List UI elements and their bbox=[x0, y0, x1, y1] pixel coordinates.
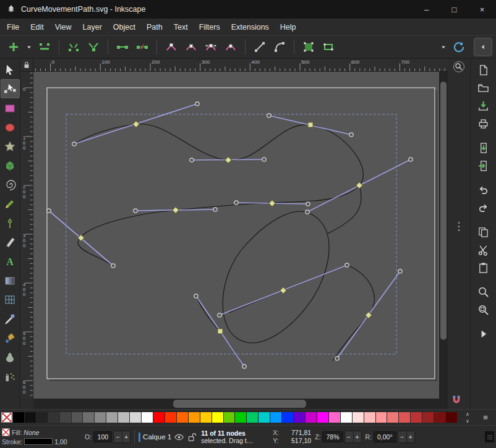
horizontal-scrollbar-thumb[interactable] bbox=[173, 400, 306, 408]
palette-swatch-25[interactable] bbox=[294, 412, 305, 423]
control-handle-end[interactable] bbox=[242, 365, 246, 368]
text-tool-button[interactable]: A bbox=[1, 251, 20, 271]
path-node[interactable] bbox=[308, 122, 313, 127]
palette-swatch-26[interactable] bbox=[306, 412, 317, 423]
dropper-tool-button[interactable] bbox=[1, 309, 20, 328]
vertical-ruler[interactable]: 0100200300400500600 bbox=[20, 72, 33, 399]
palette-swatch-8[interactable] bbox=[95, 412, 106, 423]
control-handle-end[interactable] bbox=[72, 142, 76, 146]
show-more-button[interactable] bbox=[474, 325, 494, 343]
delete-segment-button[interactable] bbox=[133, 38, 152, 56]
menu-layer[interactable]: Layer bbox=[77, 20, 108, 34]
color-managed-view-button[interactable] bbox=[453, 61, 465, 73]
break-path-button[interactable] bbox=[64, 38, 83, 56]
path-node[interactable] bbox=[218, 329, 223, 334]
join-nodes-button[interactable] bbox=[84, 38, 103, 56]
rectangle-tool-button[interactable] bbox=[1, 98, 20, 117]
palette-swatch-19[interactable] bbox=[224, 412, 235, 423]
control-handle-end[interactable] bbox=[267, 114, 271, 117]
control-handle-end[interactable] bbox=[213, 208, 217, 211]
node-corner-button[interactable] bbox=[162, 38, 181, 56]
control-handle-end[interactable] bbox=[190, 158, 194, 162]
menu-path[interactable]: Path bbox=[141, 20, 168, 34]
paste-button[interactable] bbox=[474, 259, 494, 277]
menu-object[interactable]: Object bbox=[108, 20, 141, 34]
control-handle-end[interactable] bbox=[195, 102, 199, 106]
palette-swatch-10[interactable] bbox=[118, 412, 129, 423]
maximize-button[interactable]: □ bbox=[440, 0, 468, 19]
current-layer-selector[interactable]: Calque 1 bbox=[143, 433, 171, 441]
calligraphy-tool-button[interactable] bbox=[1, 232, 20, 251]
segment-line-button[interactable] bbox=[250, 38, 269, 56]
palette-swatch-12[interactable] bbox=[142, 412, 153, 423]
zoom-decrease-button[interactable]: − bbox=[345, 431, 353, 442]
palette-swatch-9[interactable] bbox=[106, 412, 118, 423]
menu-filters[interactable]: Filters bbox=[194, 20, 226, 34]
rotation-decrease-button[interactable]: − bbox=[398, 431, 406, 442]
snap-toggle-button[interactable] bbox=[451, 394, 462, 405]
undo-button[interactable] bbox=[474, 181, 494, 199]
cut-button[interactable] bbox=[474, 241, 494, 259]
control-handle-end[interactable] bbox=[335, 357, 339, 360]
rotation-increase-button[interactable]: + bbox=[406, 431, 414, 442]
control-handle-end[interactable] bbox=[398, 269, 402, 273]
palette-swatch-18[interactable] bbox=[212, 412, 223, 423]
canvas[interactable] bbox=[33, 72, 439, 399]
palette-swatch-27[interactable] bbox=[317, 412, 328, 423]
bezier-tool-button[interactable] bbox=[1, 213, 20, 232]
opacity-decrease-button[interactable]: − bbox=[114, 431, 122, 442]
node-symmetric-button[interactable] bbox=[202, 38, 220, 56]
palette-swatch-36[interactable] bbox=[422, 412, 434, 423]
palette-swatch-33[interactable] bbox=[387, 412, 398, 423]
palette-swatch-32[interactable] bbox=[376, 412, 387, 423]
new-document-button[interactable] bbox=[474, 61, 494, 79]
paint-bucket-tool-button[interactable] bbox=[1, 328, 20, 347]
segment-curve-button[interactable] bbox=[270, 38, 289, 56]
palette-swatch-2[interactable] bbox=[25, 412, 36, 423]
control-handle-end[interactable] bbox=[306, 202, 310, 206]
palette-swatch-13[interactable] bbox=[153, 412, 165, 423]
palette-swatch-16[interactable] bbox=[189, 412, 200, 423]
control-handle-end[interactable] bbox=[262, 158, 266, 161]
duplicate-button[interactable] bbox=[474, 223, 494, 241]
horizontal-ruler[interactable]: 0100200300400500600700800 bbox=[33, 59, 448, 72]
export-image-button[interactable] bbox=[474, 157, 494, 175]
insert-node-button[interactable] bbox=[4, 38, 23, 56]
palette-swatch-15[interactable] bbox=[177, 412, 188, 423]
node-tool-button[interactable] bbox=[1, 79, 20, 98]
palette-swatch-29[interactable] bbox=[341, 412, 352, 423]
control-handle-end[interactable] bbox=[47, 209, 51, 213]
control-handle-end[interactable] bbox=[111, 264, 115, 268]
menu-text[interactable]: Text bbox=[168, 20, 194, 34]
palette-swatch-6[interactable] bbox=[72, 412, 83, 423]
palette-swatch-23[interactable] bbox=[270, 412, 281, 423]
pencil-tool-button[interactable] bbox=[1, 194, 20, 213]
delete-node-button[interactable] bbox=[35, 38, 54, 56]
menu-extensions[interactable]: Extensions bbox=[226, 20, 275, 34]
spiral-tool-button[interactable] bbox=[1, 175, 20, 194]
star-tool-button[interactable] bbox=[1, 137, 20, 156]
palette-swatch-21[interactable] bbox=[247, 412, 258, 423]
node-auto-smooth-button[interactable] bbox=[221, 38, 240, 56]
zoom-increase-button[interactable]: + bbox=[353, 431, 361, 442]
opacity-increase-button[interactable]: + bbox=[122, 431, 130, 442]
join-with-segment-button[interactable] bbox=[113, 38, 132, 56]
palette-swatch-22[interactable] bbox=[259, 412, 270, 423]
commands-bar-grip[interactable] bbox=[458, 220, 460, 233]
control-handle-end[interactable] bbox=[349, 133, 353, 137]
palette-scroll-up-button[interactable]: ∧ bbox=[461, 411, 474, 418]
palette-swatch-35[interactable] bbox=[411, 412, 422, 423]
open-document-button[interactable] bbox=[474, 79, 494, 97]
layer-visibility-icon[interactable] bbox=[174, 432, 184, 442]
vertical-scrollbar-thumb[interactable] bbox=[440, 82, 447, 340]
coordinate-options-button[interactable] bbox=[438, 38, 448, 56]
stroke-width-value[interactable]: 1,00 bbox=[54, 438, 67, 446]
insert-node-options-button[interactable] bbox=[24, 38, 34, 56]
control-handle-end[interactable] bbox=[134, 209, 137, 213]
opacity-input[interactable]: 100 bbox=[93, 431, 112, 442]
horizontal-scrollbar[interactable] bbox=[33, 399, 439, 409]
fill-none-swatch[interactable] bbox=[2, 428, 10, 436]
ellipse-tool-button[interactable] bbox=[1, 117, 20, 137]
print-document-button[interactable] bbox=[474, 115, 494, 133]
panel-toggle-button[interactable] bbox=[474, 38, 492, 56]
